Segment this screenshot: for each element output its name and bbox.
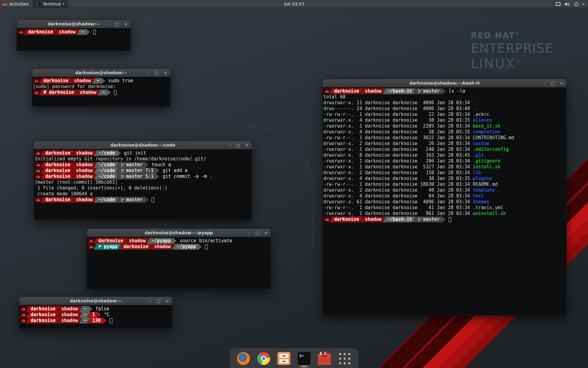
prompt-segment-user: darknoise <box>26 306 59 312</box>
minimize-button[interactable]: – <box>229 141 231 149</box>
close-button[interactable]: × <box>166 297 169 305</box>
prompt-segment-user: darknoise <box>26 318 59 324</box>
dock-item-files[interactable] <box>277 352 290 365</box>
activities-button[interactable]: Activities <box>0 0 32 8</box>
titlebar[interactable]: darknoise@shadow:~/bash-it –□× <box>323 79 566 87</box>
caret-down-icon: ▾ <box>583 2 584 6</box>
file-row: -rw-rw-r--. 1 darknoise darknoise 18630 … <box>323 182 566 187</box>
terminal-content[interactable]: darknoiseshadow~/pyappsource bin/activat… <box>87 237 271 250</box>
window-title: darknoise@shadow:~/code <box>110 143 175 148</box>
prompt-segment-user: darknoise <box>26 312 59 318</box>
file-name: aliases <box>473 117 492 123</box>
prompt-segment-user: darknoise <box>41 150 74 156</box>
system-status-area[interactable]: ▾ <box>554 0 586 8</box>
minimize-button[interactable]: – <box>108 20 110 28</box>
file-meta: drwxrwxr-x. 4 darknoise darknoise 38 Jan… <box>323 117 473 123</box>
prompt-segment-path: ~/code <box>94 162 119 168</box>
terminal-content[interactable]: darknoiseshadow~ <box>17 28 130 35</box>
prompt-segment-user: darknoise <box>39 78 72 84</box>
titlebar[interactable]: darknoise@shadow:~ –□× <box>19 297 172 305</box>
minimize-button[interactable]: – <box>544 79 546 87</box>
file-meta: drwxrwxr-x. 2 darknoise darknoise 26 Jan… <box>323 141 473 146</box>
close-button[interactable]: × <box>560 79 563 87</box>
file-meta: -rw-rw-r--. 1 darknoise darknoise 3622 J… <box>323 135 473 140</box>
titlebar[interactable]: darknoise@shadow:~ –□× <box>32 69 170 77</box>
terminal-content[interactable]: darknoiseshadow~sudo true[sudo] password… <box>32 77 170 95</box>
prompt-row: darknoiseshadow~/pyappsource bin/activat… <box>88 238 270 244</box>
file-meta: -rw-rw-r--. 1 darknoise darknoise 18630 … <box>323 182 473 187</box>
window-title: darknoise@shadow:~/pyapp <box>145 230 213 235</box>
prompt-segment-git: master <box>116 162 149 168</box>
dock-item-toolbox[interactable] <box>318 354 331 365</box>
app-menu-label: Terminal <box>43 2 61 6</box>
app-menu-button[interactable]: $> Terminal ▾ <box>32 0 68 8</box>
prompt-segment-host: shadow <box>71 150 96 156</box>
minimize-button[interactable]: – <box>248 229 250 237</box>
terminal-content[interactable]: darknoiseshadow~/codegit initInitialized… <box>34 149 252 203</box>
window-title: darknoise@shadow:~ <box>75 70 127 75</box>
minimize-button[interactable]: – <box>149 297 152 305</box>
command-text: git init <box>124 150 146 156</box>
prompt-segment-path: ~/code <box>94 197 119 203</box>
dock-item-chrome[interactable] <box>257 352 270 365</box>
file-row: drwxrwxr-x. 4 darknoise darknoise 38 Jan… <box>323 117 566 123</box>
close-button[interactable]: × <box>245 141 249 149</box>
maximize-button[interactable]: □ <box>551 79 555 87</box>
prompt-segment-host: shadow <box>54 29 79 35</box>
prompt-segment-path: ~/bash-it <box>383 217 416 222</box>
prompt-segment-venv: pyapp <box>94 244 121 250</box>
close-button[interactable]: × <box>124 20 127 28</box>
maximize-button[interactable]: □ <box>155 69 159 77</box>
dock-item-firefox[interactable] <box>237 352 250 365</box>
file-row: -rwxrwxr-x. 1 darknoise darknoise 5327 J… <box>323 164 566 170</box>
output-row: total 68 <box>323 94 566 100</box>
file-row: drwxrwxr-x. 61 darknoise darknoise 4096 … <box>323 199 566 205</box>
prompt-segment-user: darknoise <box>41 174 74 179</box>
prompt-segment-user: darknoise <box>94 238 127 244</box>
terminal-window-sudo: darknoise@shadow:~ –□× darknoiseshadow~s… <box>32 68 171 106</box>
file-row: -rw-rw-r--. 1 darknoise darknoise 41 Jan… <box>323 205 566 211</box>
activities-label: Activities <box>9 2 29 6</box>
window-title: darknoise@shadow:~ <box>48 21 100 26</box>
prompt-segment-path: ~/pyapp <box>147 238 176 244</box>
close-button[interactable]: × <box>264 229 268 237</box>
file-row: -rwxrwxr-x. 1 darknoise darknoise 961 Ja… <box>323 211 566 217</box>
maximize-button[interactable]: □ <box>236 141 240 149</box>
prompt-row: darknoiseshadow~/codemaster ?:1git add a <box>35 168 251 174</box>
file-name: .travis.yml <box>473 205 503 210</box>
file-meta: drwxrwxr-x. 4 darknoise darknoise 38 Jan… <box>323 129 473 135</box>
dock-item-terminal[interactable]: $> <box>298 352 311 365</box>
clock[interactable]: Sat 03:57 <box>281 0 307 8</box>
terminal-cursor <box>152 197 154 202</box>
close-button[interactable]: × <box>164 69 167 77</box>
top-bar: Activities $> Terminal ▾ Sat 03:57 ▾ <box>0 0 588 8</box>
minimize-button[interactable]: – <box>148 69 150 77</box>
prompt-segment-git: master ?:1 <box>116 168 160 174</box>
prompt-segment-user: darknoise <box>330 217 363 222</box>
titlebar[interactable]: darknoise@shadow:~ –□× <box>17 20 130 28</box>
file-name: template <box>473 187 495 193</box>
file-row: drwxrwxr-x. 11 darknoise darknoise 4096 … <box>323 100 566 106</box>
redhat-icon <box>2 2 7 6</box>
prompt-segment-host: shadow <box>75 90 100 95</box>
prompt-row: darknoiseshadow~/bash-itmaster <box>323 217 566 222</box>
maximize-button[interactable]: □ <box>157 297 160 305</box>
prompt-segment-user: darknoise <box>41 162 74 168</box>
command-text: source bin/activate <box>180 238 232 244</box>
titlebar[interactable]: darknoise@shadow:~/pyapp –□× <box>87 229 271 237</box>
prompt-segment-host: shadow <box>360 217 385 222</box>
titlebar[interactable]: darknoise@shadow:~/code –□× <box>34 141 252 149</box>
maximize-button[interactable]: □ <box>115 20 119 28</box>
output-row: [master (root-commit) 50bcb63] . <box>35 179 251 185</box>
maximize-button[interactable]: □ <box>255 229 259 237</box>
file-row: drwxrwxr-x. 2 darknoise darknoise 40 Jan… <box>323 187 566 193</box>
file-meta: -rw-rw-r--. 1 darknoise darknoise 22 Jan… <box>323 112 473 117</box>
command-text: ls -la <box>449 88 465 94</box>
prompt-segment-host: shadow <box>57 318 81 324</box>
dock-item-app-grid[interactable] <box>338 352 351 365</box>
command-text: sudo true <box>108 78 133 84</box>
terminal-cursor <box>114 90 117 95</box>
terminal-content[interactable]: darknoiseshadow~falsedarknoiseshadow~1^C… <box>19 305 172 324</box>
terminal-content[interactable]: darknoiseshadow~/bash-itmasterls -latota… <box>323 87 566 222</box>
prompt-segment-host: shadow <box>71 174 96 179</box>
